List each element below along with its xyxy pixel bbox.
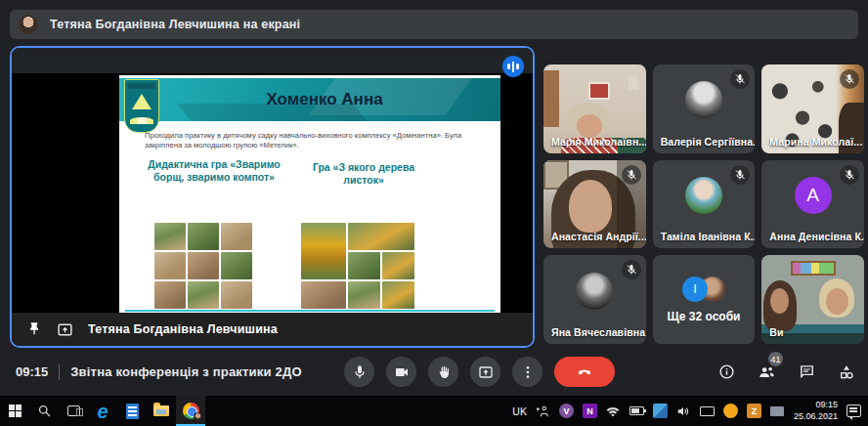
participant-tile[interactable]: Марина Миколаї... bbox=[761, 64, 864, 153]
mic-off-icon bbox=[730, 69, 750, 89]
shared-screen-namebar: Тетяна Богданівна Левчишина bbox=[12, 313, 533, 346]
pin-icon[interactable] bbox=[26, 321, 42, 337]
orange-app-icon[interactable] bbox=[723, 404, 738, 418]
audio-playing-indicator-icon bbox=[502, 56, 524, 77]
self-view-tile[interactable]: Ви bbox=[761, 255, 864, 344]
participant-tile[interactable]: Яна Вячеславівна ... bbox=[543, 255, 646, 344]
presentation-slide: Хоменко Анна Проходила практику в дитячо… bbox=[119, 75, 500, 320]
presenting-banner-text: Тетяна Богданівна Левчишина на екрані bbox=[50, 18, 300, 31]
monitor-icon[interactable] bbox=[770, 406, 784, 416]
slide-title: Хоменко Анна bbox=[158, 78, 491, 121]
file-explorer-button[interactable] bbox=[147, 396, 176, 426]
participant-name: Анастасія Андрії... bbox=[551, 231, 646, 242]
raise-hand-button[interactable] bbox=[428, 357, 458, 387]
chrome-icon bbox=[183, 403, 199, 419]
participants-count-badge: 41 bbox=[768, 352, 783, 366]
stacked-avatars: І bbox=[682, 277, 725, 302]
avatar bbox=[685, 81, 722, 118]
clock-time: 09:15 bbox=[794, 400, 838, 410]
participants-grid: Марія Миколаївн... Валерія Сергіївна... … bbox=[543, 64, 864, 344]
onenote-icon[interactable]: N bbox=[583, 404, 597, 418]
activities-button[interactable] bbox=[838, 363, 855, 381]
action-center-icon[interactable] bbox=[846, 405, 861, 417]
more-participants-tile[interactable]: І Ще 32 особи bbox=[653, 255, 756, 344]
participant-tile[interactable]: Марія Миколаївн... bbox=[543, 64, 646, 153]
document-icon bbox=[126, 404, 139, 419]
mic-off-icon bbox=[730, 165, 750, 185]
taskbar-clock[interactable]: 09:15 25.06.2021 bbox=[794, 400, 838, 422]
mic-off-icon bbox=[840, 165, 859, 185]
participant-name: Марина Миколаї... bbox=[769, 136, 862, 148]
avatar bbox=[685, 177, 722, 214]
language-indicator[interactable]: UK bbox=[512, 405, 527, 417]
participant-tile[interactable]: Таміла Іванівна К... bbox=[653, 160, 756, 249]
battery-icon[interactable] bbox=[629, 406, 644, 415]
clock-date: 25.06.2021 bbox=[794, 411, 838, 422]
participant-name: Валерія Сергіївна... bbox=[661, 136, 756, 148]
university-logo bbox=[124, 79, 159, 133]
viber-icon[interactable]: V bbox=[559, 404, 574, 418]
windows-icon bbox=[9, 405, 22, 417]
participant-tile[interactable]: Анастасія Андрії... bbox=[543, 160, 646, 249]
participant-name: Анна Денисівна К... bbox=[769, 231, 864, 242]
clock-time: 09:15 bbox=[16, 364, 48, 379]
photo-collage-left bbox=[154, 223, 252, 309]
shared-screen-letterbox bbox=[12, 48, 533, 73]
participant-name: Марія Миколаївн... bbox=[551, 136, 646, 148]
participant-name: Таміла Іванівна К... bbox=[661, 231, 756, 242]
task-view-icon bbox=[67, 405, 80, 416]
wifi-icon[interactable] bbox=[606, 404, 621, 418]
network-app-icon[interactable] bbox=[653, 404, 668, 418]
leave-call-button[interactable] bbox=[554, 357, 615, 387]
chat-button[interactable] bbox=[799, 363, 815, 380]
participant-name: Яна Вячеславівна ... bbox=[551, 326, 646, 338]
volume-icon[interactable] bbox=[676, 404, 691, 418]
meeting-name: Звітна конференція з практики 2ДО bbox=[70, 364, 301, 379]
more-options-button[interactable] bbox=[512, 357, 542, 387]
mic-button[interactable] bbox=[344, 357, 374, 387]
search-button[interactable] bbox=[29, 396, 59, 426]
avatar bbox=[576, 273, 613, 310]
meet-bottom-bar: 09:15 Звітна конференція з практики 2ДО … bbox=[0, 348, 868, 396]
photo-collage-right bbox=[301, 223, 414, 309]
search-icon bbox=[37, 404, 52, 418]
participant-tile[interactable]: А Анна Денисівна К... bbox=[761, 160, 864, 249]
presenting-banner: Тетяна Богданівна Левчишина на екрані bbox=[10, 10, 858, 39]
divider bbox=[59, 364, 60, 380]
self-name-label: Ви bbox=[769, 326, 783, 338]
chrome-button[interactable] bbox=[176, 396, 205, 426]
participant-tile[interactable]: Валерія Сергіївна... bbox=[653, 64, 756, 153]
z-app-icon[interactable]: Z bbox=[747, 404, 761, 418]
shared-screen-tile[interactable]: Хоменко Анна Проходила практику в дитячо… bbox=[10, 46, 535, 348]
edge-button[interactable]: e bbox=[88, 396, 117, 426]
task-view-button[interactable] bbox=[59, 396, 88, 426]
mic-off-icon bbox=[622, 260, 641, 279]
slide-body-text: Проходила практику в дитячому садку навч… bbox=[145, 131, 477, 150]
share-nearby-icon[interactable] bbox=[536, 404, 550, 418]
slide-left-heading: Дидактична гра «Зваримо борщ, зваримо ко… bbox=[145, 158, 283, 184]
mic-off-icon bbox=[622, 165, 641, 185]
document-app-button[interactable] bbox=[117, 396, 147, 426]
camera-button[interactable] bbox=[386, 357, 416, 387]
folder-icon bbox=[153, 405, 169, 416]
mic-off-icon bbox=[840, 69, 859, 89]
windows-taskbar: e UK V N Z 09:15 25.06.2021 bbox=[0, 396, 868, 426]
avatar-letter: А bbox=[795, 177, 832, 214]
slide-right-heading: Гра «З якого дерева листок» bbox=[291, 161, 436, 187]
display-icon[interactable] bbox=[700, 406, 715, 416]
presenter-name-label: Тетяна Богданівна Левчишина bbox=[88, 322, 278, 336]
avatar-letter: І bbox=[682, 277, 708, 302]
slide-divider-line bbox=[125, 310, 495, 312]
more-participants-label: Ще 32 особи bbox=[668, 310, 741, 323]
meeting-details-button[interactable] bbox=[718, 363, 735, 380]
presenting-icon bbox=[57, 321, 73, 338]
slide-header-banner: Хоменко Анна bbox=[119, 78, 500, 121]
participants-button[interactable]: 41 bbox=[758, 362, 776, 381]
present-button[interactable] bbox=[470, 357, 500, 387]
edge-icon: e bbox=[97, 402, 108, 421]
presenter-avatar bbox=[19, 15, 38, 34]
start-button[interactable] bbox=[0, 396, 29, 426]
